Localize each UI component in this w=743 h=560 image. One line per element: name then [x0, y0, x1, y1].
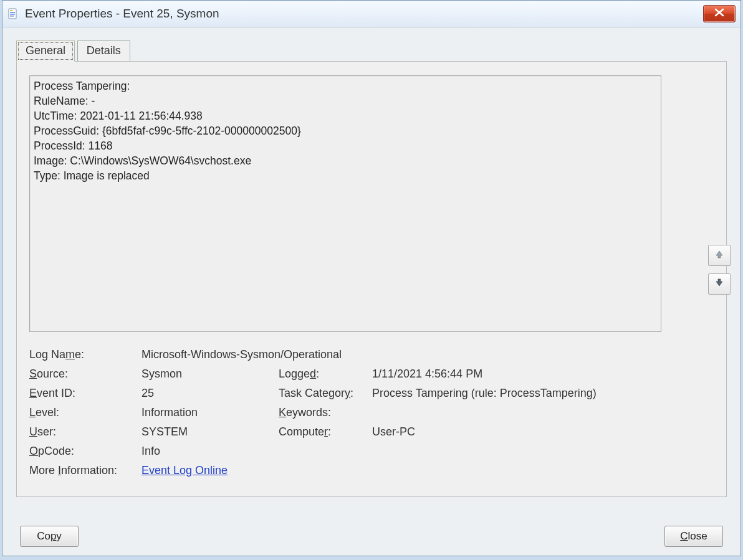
tab-details[interactable]: Details: [77, 40, 130, 61]
task-category-value: Process Tampering (rule: ProcessTamperin…: [372, 384, 714, 402]
tab-panel-general: Process Tampering: RuleName: - UtcTime: …: [16, 61, 727, 497]
event-properties-grid: Log Name: Microsoft-Windows-Sysmon/Opera…: [29, 346, 714, 479]
event-line: RuleName: -: [34, 93, 657, 108]
user-value: SYSTEM: [141, 423, 279, 440]
event-line: Type: Image is replaced: [34, 168, 657, 183]
log-name-label: Log Name:: [29, 346, 141, 363]
svg-rect-1: [10, 10, 12, 11]
event-id-value: 25: [141, 384, 279, 402]
event-line: Process Tampering:: [34, 78, 657, 93]
opcode-value: Info: [141, 442, 279, 460]
window-title: Event Properties - Event 25, Sysmon: [25, 7, 703, 21]
computer-label: Computer:: [279, 423, 372, 440]
close-icon: [714, 7, 724, 20]
window-close-button[interactable]: [703, 5, 736, 22]
close-button[interactable]: Close: [664, 526, 723, 547]
tab-strip: General Details: [16, 40, 741, 61]
arrow-up-icon: [715, 249, 724, 262]
event-log-online-link[interactable]: Event Log Online: [141, 464, 228, 477]
opcode-label: OpCode:: [29, 442, 141, 460]
level-value: Information: [141, 404, 279, 421]
event-id-label: Event ID:: [29, 384, 141, 402]
arrow-down-icon: [715, 278, 724, 290]
event-line: UtcTime: 2021-01-11 21:56:44.938: [34, 108, 657, 123]
copy-button-label: Copy: [37, 530, 62, 542]
logged-label: Logged:: [279, 365, 372, 382]
svg-rect-3: [10, 14, 15, 15]
app-icon: [7, 8, 19, 19]
task-category-label: Task Category:: [279, 384, 372, 402]
logged-value: 1/11/2021 4:56:44 PM: [372, 365, 714, 382]
next-event-button[interactable]: [708, 273, 731, 295]
tab-general[interactable]: General: [16, 40, 75, 62]
copy-button[interactable]: Copy: [20, 526, 79, 547]
svg-rect-2: [10, 12, 15, 13]
event-properties-window: Event Properties - Event 25, Sysmon Gene…: [2, 0, 741, 556]
keywords-label: Keywords:: [279, 404, 372, 421]
svg-rect-4: [10, 16, 14, 17]
bottom-button-bar: Copy Close: [2, 526, 741, 547]
more-info-label: More Information:: [29, 462, 141, 479]
event-line: ProcessGuid: {6bfd5faf-c99c-5ffc-2102-00…: [34, 123, 657, 138]
titlebar: Event Properties - Event 25, Sysmon: [2, 1, 741, 27]
computer-value: User-PC: [372, 423, 714, 440]
source-value: Sysmon: [141, 365, 279, 382]
event-line: Image: C:\Windows\SysWOW64\svchost.exe: [34, 153, 657, 168]
source-label: Source:: [29, 365, 141, 382]
event-description-box[interactable]: Process Tampering: RuleName: - UtcTime: …: [29, 75, 661, 332]
log-name-value: Microsoft-Windows-Sysmon/Operational: [141, 346, 342, 363]
user-label: User:: [29, 423, 141, 440]
prev-event-button[interactable]: [708, 245, 731, 266]
keywords-value: [372, 404, 714, 421]
event-line: ProcessId: 1168: [34, 138, 657, 153]
level-label: Level:: [29, 404, 141, 421]
close-button-label: Close: [680, 530, 707, 542]
